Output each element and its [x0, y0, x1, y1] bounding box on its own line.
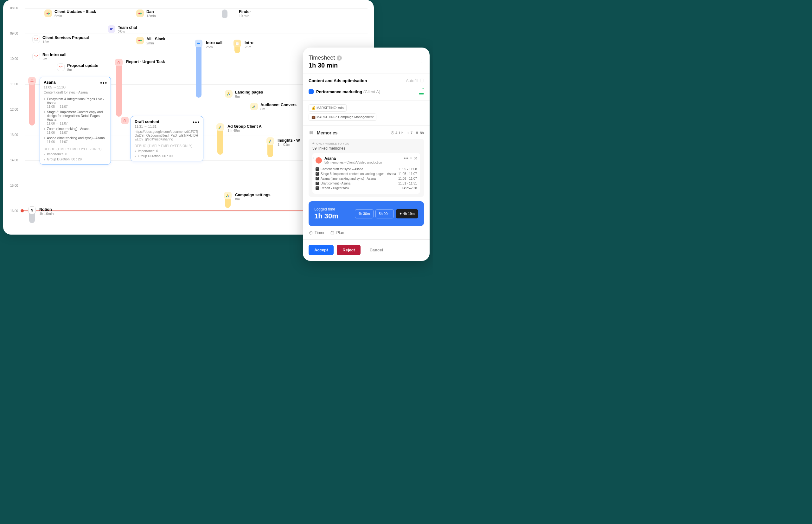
event-title: Report - Urgent Task [126, 60, 165, 64]
event-asana-group[interactable] [29, 78, 37, 126]
svg-point-22 [124, 119, 125, 120]
svg-rect-1 [49, 13, 50, 14]
chevron-down-icon[interactable]: ▾ [410, 157, 412, 160]
accept-button[interactable]: Accept [308, 245, 334, 255]
event-title: Client Services Proposal [43, 35, 89, 40]
checkbox-icon[interactable] [316, 177, 319, 180]
event-notion[interactable]: N Notion1h 10min [29, 207, 53, 223]
event-finder[interactable]: Finder10 min [222, 10, 251, 18]
event-title: Ad Group Client A [227, 124, 262, 129]
memory-item[interactable]: Asana (time tracking and sync) - Asana11… [316, 176, 417, 181]
memory-card-asana[interactable]: ••• Asana 11:05 → 11:08 Content draft fo… [39, 77, 111, 165]
panel-duration: 1h 30 min [308, 62, 342, 69]
event-insights[interactable]: Insights - W1 h 01m [267, 138, 300, 157]
more-icon[interactable]: ⋮ [418, 58, 424, 65]
more-icon[interactable]: ••• [192, 119, 200, 125]
svg-rect-0 [47, 13, 48, 14]
svg-rect-30 [420, 79, 423, 82]
card-url: https://docs.google.com/document/d/1FCTj… [135, 130, 199, 141]
event-audience[interactable]: Audience: Convers8m [250, 103, 297, 111]
event-ad-group[interactable]: Ad Group Client A1 h 45m [217, 124, 262, 155]
event-title: Finder [239, 10, 251, 14]
event-report-urgent[interactable]: Report - Urgent Task [116, 60, 165, 117]
event-duration: 1 h 01m [277, 143, 300, 146]
hour-label: 16:00 [10, 209, 18, 213]
brain-icon [308, 130, 314, 136]
more-icon[interactable]: ••• [404, 155, 408, 161]
logged-value: 1h 30m [314, 212, 338, 220]
checkbox-icon[interactable] [316, 167, 319, 171]
memory-item[interactable]: Draft content - Asana11:31 - 11:31 [316, 181, 417, 186]
checkbox-icon[interactable] [316, 186, 319, 190]
hour-label: 15:00 [10, 184, 18, 187]
memories-day: 8h [415, 131, 424, 135]
slack-icon [136, 37, 144, 44]
event-re-intro-call[interactable]: Re: Intro call2m [32, 53, 67, 61]
more-icon[interactable]: ••• [100, 80, 107, 86]
app-sub: 5/5 memories • Client A/Video production [324, 161, 382, 164]
memory-item[interactable]: Stage 3: Implement content on landing pa… [316, 171, 417, 176]
event-duration: 2min [146, 41, 165, 45]
hour-label: 08:00 [10, 6, 18, 10]
google-ads-icon [224, 192, 232, 199]
event-campaign-settings[interactable]: Campaign settings8m [225, 193, 271, 208]
svg-point-24 [125, 120, 126, 122]
asana-icon [28, 77, 36, 85]
event-intro-cal[interactable]: 31 Intro25m [234, 40, 253, 53]
event-slack-client-updates[interactable]: Client Updates - Slack6min [44, 10, 96, 18]
tag[interactable]: 💼 MARKETING: Campaign Management [308, 114, 376, 121]
memory-item[interactable]: Report - Urgent task14:25-2:28 [316, 186, 417, 191]
event-title: Audience: Convers [260, 103, 297, 107]
event-duration: 10 min [239, 14, 251, 18]
svg-point-21 [32, 81, 34, 82]
event-title: Client Updates - Slack [54, 10, 96, 14]
event-draft-content-pill[interactable] [121, 117, 131, 124]
event-dan[interactable]: Dan12min [136, 10, 156, 18]
svg-rect-33 [331, 231, 334, 234]
event-team-chat[interactable]: Team chat25m [108, 26, 137, 34]
google-ads-icon [267, 137, 274, 145]
time-option-button[interactable]: ✦ 4h 19m [396, 209, 418, 218]
info-icon[interactable]: i [337, 55, 342, 61]
time-option-button[interactable]: 4h 30m [355, 209, 373, 218]
event-client-services-proposal[interactable]: Client Services Proposal12m [32, 35, 89, 44]
plan-button[interactable]: Plan [330, 230, 344, 235]
checkbox-icon[interactable] [316, 172, 319, 176]
gmail-icon [32, 35, 40, 43]
event-proposal-update[interactable]: Proposal update8m [57, 63, 98, 72]
autofill-button[interactable]: Autofill [406, 78, 424, 83]
time-option-button[interactable]: 5h 00m [375, 209, 394, 218]
close-icon[interactable]: ✕ [414, 155, 418, 161]
memories-total: 4.1 h [391, 131, 404, 135]
google-ads-icon [225, 90, 233, 98]
svg-rect-6 [140, 12, 140, 13]
svg-rect-12 [140, 40, 142, 41]
project-name: Performance marketing [316, 89, 362, 94]
svg-point-23 [123, 120, 124, 122]
timer-button[interactable]: Timer [308, 230, 324, 235]
logged-time-box: Logged time1h 30m 4h 30m 5h 00m ✦ 4h 19m [308, 201, 424, 226]
project-selector[interactable]: Performance marketing (Client A) ▾ [308, 87, 424, 96]
cancel-button[interactable]: Cancel [364, 245, 389, 255]
drag-handle-icon[interactable]: ⋮⋮ [312, 157, 318, 160]
memory-item: Asana (time tracking and sync) - Asana11… [44, 135, 107, 144]
svg-rect-5 [140, 13, 142, 14]
tag[interactable]: 💰 MARKETING: Ads [308, 104, 346, 112]
memory-item[interactable]: Content draft for sync – Asana11:05 - 11… [316, 167, 417, 171]
svg-point-25 [227, 95, 229, 96]
event-duration: 12min [146, 14, 156, 18]
reject-button[interactable]: Reject [337, 245, 360, 255]
svg-rect-2 [48, 12, 49, 13]
duration-pill [196, 40, 202, 98]
event-ali-slack[interactable]: Ali - Slack2min [136, 37, 165, 45]
hour-label: 13:00 [10, 133, 18, 137]
event-title: Campaign settings [235, 193, 271, 197]
memory-item: Stage 3: Implement Content copy and desi… [44, 109, 107, 126]
checkbox-icon[interactable] [316, 182, 319, 185]
event-intro-call[interactable]: Intro call25m [196, 40, 222, 98]
event-title: Re: Intro call [43, 53, 67, 57]
event-landing-pages[interactable]: Landing pages8m [225, 90, 263, 98]
memory-app-card[interactable]: ⋮⋮ ••• ▾ ✕ Asana5/5 memories • Client A/… [312, 153, 420, 194]
memory-card-draft[interactable]: ••• Draft content 11:31 → 11:31 https://… [131, 116, 203, 161]
debug-label: DEBUG (TIMELY EMPLOYEES ONLY) [44, 147, 107, 151]
